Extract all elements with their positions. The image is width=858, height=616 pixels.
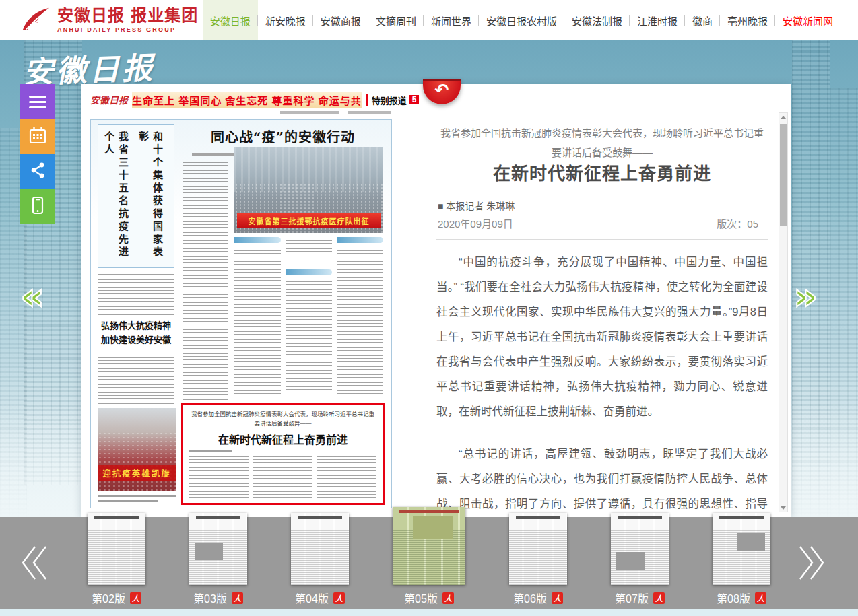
logo-chinese: 安徽日报 报业集团 <box>57 7 198 24</box>
thumbnail-image[interactable] <box>509 513 567 585</box>
thumbnail-page-05-active[interactable]: 第05版 人 <box>393 507 465 606</box>
thumbnail-image[interactable] <box>88 513 145 585</box>
menu-button[interactable] <box>20 84 55 119</box>
vertical-headline: 我省三十五名抗疫先进个人 <box>102 131 130 261</box>
next-page-arrow[interactable]: » <box>793 277 818 315</box>
newspaper-body: 我省三十五名抗疫先进个人 和十个集体获得国家表彰 同心战“疫”的安徽行动 安徽省… <box>90 119 392 508</box>
thumbnail-page-06[interactable]: 第06版 人 <box>509 513 567 606</box>
boxed-article-byline-bar <box>189 450 232 452</box>
thumbnail-label-text[interactable]: 第04版 <box>295 590 329 606</box>
thumbnail-image[interactable] <box>189 513 247 585</box>
thumbnail-label-text[interactable]: 第03版 <box>193 590 227 606</box>
thumb-headline-bar <box>399 510 459 513</box>
thumbnail-image[interactable] <box>713 513 770 585</box>
back-arrow-icon: ↶ <box>435 81 449 98</box>
subheadline-line: 弘扬伟大抗疫精神 <box>98 319 174 333</box>
thumbnails-scroll-right-arrow[interactable] <box>797 544 826 584</box>
thumbnail-label-text[interactable]: 第07版 <box>615 590 649 606</box>
pdf-icon[interactable]: 人 <box>232 592 243 604</box>
section-ribbon <box>234 237 281 243</box>
thumbnail-label-text[interactable]: 第02版 <box>92 590 125 606</box>
article-title: 在新时代新征程上奋勇前进 <box>436 160 768 184</box>
nav-huishang[interactable]: 徽商 <box>685 0 720 40</box>
article-date: 2020年09月09日 <box>438 216 513 230</box>
pdf-icon[interactable]: 人 <box>653 592 665 604</box>
newsprint-text-block <box>253 456 312 500</box>
nav-anhui-business[interactable]: 安徽商报 <box>313 0 368 40</box>
press-group-logo-icon <box>20 5 51 35</box>
thumbnail-page-03[interactable]: 第03版 人 <box>189 513 247 606</box>
pdf-icon[interactable]: 人 <box>755 592 766 604</box>
share-button[interactable] <box>20 154 55 189</box>
highlighted-article-box[interactable]: 我省参加全国抗击新冠肺炎疫情表彰大会代表，现场聆听习近平总书记重要讲话后备受鼓舞… <box>181 403 385 505</box>
newspaper-section: 特别报道 5 <box>366 94 420 106</box>
site-header: 安徽日报 报业集团 ANHUI DAILY PRESS GROUP 安徽日报 新… <box>0 0 858 40</box>
nav-jianghuai-times[interactable]: 江淮时报 <box>630 0 685 40</box>
share-icon <box>29 162 46 182</box>
mobile-icon <box>29 196 46 217</box>
main-background: 安徽日报 <box>0 40 858 517</box>
thumbnail-image[interactable] <box>393 507 465 585</box>
thumb-headline-bar <box>618 516 662 519</box>
previous-page-arrow[interactable]: « <box>20 277 44 315</box>
pdf-icon[interactable]: 人 <box>130 592 141 604</box>
newspaper-top-bar: 安徽日报 生命至上 举国同心 舍生忘死 尊重科学 命运与共 特别报道 5 <box>90 91 392 108</box>
newsprint-column <box>234 237 281 400</box>
article-paragraph: “中国的抗疫斗争，充分展现了中国精神、中国力量、中国担当。” “我们要在全社会大… <box>436 250 768 424</box>
nav-legal-daily[interactable]: 安徽法制报 <box>564 0 630 40</box>
newsprint-text-block <box>98 353 174 404</box>
article-scrollbar[interactable] <box>779 112 788 512</box>
newsprint-text-block <box>337 246 383 394</box>
mobile-button[interactable] <box>20 189 55 224</box>
nav-anhui-news-net[interactable]: 安徽新闻网 <box>775 0 840 40</box>
article-byline: ■ 本报记者 朱琳琳 <box>438 199 515 212</box>
content-panel: 安徽日报 生命至上 举国同心 舍生忘死 尊重科学 命运与共 特别报道 5 我省三… <box>81 84 791 517</box>
thumbnail-image[interactable] <box>611 513 669 585</box>
calendar-button[interactable] <box>20 119 55 154</box>
nav-rural-edition[interactable]: 安徽日报农村版 <box>479 0 564 40</box>
thumbnail-label-text[interactable]: 第05版 <box>404 590 438 606</box>
thumbnail-label-text[interactable]: 第08版 <box>717 590 750 606</box>
article-reader: 我省参加全国抗击新冠肺炎疫情表彰大会代表，现场聆听习近平总书记重要讲话后备受鼓舞… <box>436 84 768 517</box>
thumbnail-label: 第04版 人 <box>295 590 345 606</box>
scrollbar-up-arrow[interactable] <box>779 113 787 121</box>
thumb-headline-bar <box>94 516 139 519</box>
nav-news-world[interactable]: 新闻世界 <box>424 0 479 40</box>
newspaper-page-preview[interactable]: 安徽日报 生命至上 举国同心 舍生忘死 尊重科学 命运与共 特别报道 5 我省三… <box>90 91 392 510</box>
newsprint-text-block <box>317 456 376 500</box>
newspaper-photo: 安徽省第三批援鄂抗疫医疗队出征 <box>234 147 383 233</box>
newsprint-columns <box>234 237 383 400</box>
side-toolbar <box>20 84 55 224</box>
thumb-photo-block <box>195 543 223 560</box>
scrollbar-thumb[interactable] <box>780 124 787 226</box>
article-body: “中国的抗疫斗争，充分展现了中国精神、中国力量、中国担当。” “我们要在全社会大… <box>436 250 768 517</box>
thumb-headline-bar <box>298 516 342 519</box>
thumbnail-label: 第05版 人 <box>404 590 454 606</box>
thumbnail-label: 第02版 人 <box>92 590 141 606</box>
nav-xinan-evening[interactable]: 新安晚报 <box>258 0 313 40</box>
thumb-headline-bar <box>516 516 560 519</box>
newsprint-text-block <box>286 237 332 252</box>
pdf-icon[interactable]: 人 <box>333 592 345 604</box>
thumb-headline-bar <box>719 516 764 519</box>
calendar-icon <box>28 126 47 147</box>
top-nav: 安徽日报 新安晚报 安徽商报 文摘周刊 新闻世界 安徽日报农村版 安徽法制报 江… <box>203 0 840 40</box>
boxed-article-title: 在新时代新征程上奋勇前进 <box>189 431 376 447</box>
nav-anhui-daily[interactable]: 安徽日报 <box>203 0 258 40</box>
pdf-icon[interactable]: 人 <box>442 592 454 604</box>
vertical-headline-box: 我省三十五名抗疫先进个人 和十个集体获得国家表彰 <box>98 124 174 268</box>
scrollbar-down-arrow[interactable] <box>779 504 787 512</box>
thumbnail-page-02[interactable]: 第02版 人 <box>88 513 145 606</box>
nav-bozhou-evening[interactable]: 亳州晚报 <box>720 0 775 40</box>
newspaper-subheadline: 弘扬伟大抗疫精神 加快建设美好安徽 <box>98 319 174 347</box>
thumbnail-image[interactable] <box>291 513 349 585</box>
nav-digest-weekly[interactable]: 文摘周刊 <box>368 0 424 40</box>
thumbnail-label-text[interactable]: 第06版 <box>513 590 547 606</box>
pdf-icon[interactable]: 人 <box>552 592 563 604</box>
press-group-logo[interactable]: 安徽日报 报业集团 ANHUI DAILY PRESS GROUP <box>20 5 198 35</box>
footer-strip <box>0 609 858 616</box>
thumbnail-page-07[interactable]: 第07版 人 <box>611 513 669 606</box>
thumbnail-page-08[interactable]: 第08版 人 <box>713 513 770 606</box>
thumbnail-page-04[interactable]: 第04版 人 <box>291 513 349 606</box>
photo-banner-text: 安徽省第三批援鄂抗疫医疗队出征 <box>237 213 381 228</box>
